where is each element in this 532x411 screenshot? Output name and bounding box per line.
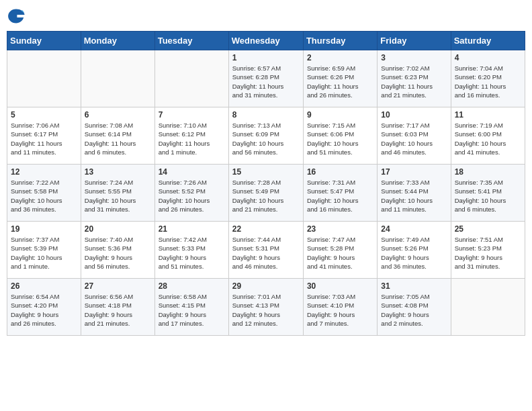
- day-info: Sunrise: 7:26 AM Sunset: 5:52 PM Dayligh…: [159, 178, 225, 214]
- calendar-cell: 20Sunrise: 7:40 AM Sunset: 5:36 PM Dayli…: [81, 222, 154, 279]
- day-number: 27: [85, 281, 151, 291]
- day-info: Sunrise: 7:08 AM Sunset: 6:14 PM Dayligh…: [85, 121, 151, 156]
- day-number: 12: [11, 167, 77, 177]
- day-info: Sunrise: 7:02 AM Sunset: 6:23 PM Dayligh…: [381, 64, 447, 99]
- day-info: Sunrise: 7:24 AM Sunset: 5:55 PM Dayligh…: [85, 178, 151, 214]
- day-number: 20: [85, 224, 151, 234]
- calendar-cell: 8Sunrise: 7:13 AM Sunset: 6:09 PM Daylig…: [228, 107, 303, 165]
- header-saturday: Saturday: [451, 32, 525, 50]
- calendar-cell: 16Sunrise: 7:31 AM Sunset: 5:47 PM Dayli…: [303, 165, 377, 222]
- calendar-cell: 31Sunrise: 7:05 AM Sunset: 4:08 PM Dayli…: [378, 279, 451, 336]
- day-info: Sunrise: 7:10 AM Sunset: 6:12 PM Dayligh…: [159, 121, 225, 156]
- day-info: Sunrise: 6:59 AM Sunset: 6:26 PM Dayligh…: [307, 64, 373, 99]
- calendar-cell: 15Sunrise: 7:28 AM Sunset: 5:49 PM Dayli…: [228, 165, 303, 222]
- calendar-week-3: 12Sunrise: 7:22 AM Sunset: 5:58 PM Dayli…: [7, 165, 525, 222]
- day-number: 14: [159, 167, 225, 177]
- calendar-cell: 11Sunrise: 7:19 AM Sunset: 6:00 PM Dayli…: [451, 107, 525, 165]
- day-info: Sunrise: 7:15 AM Sunset: 6:06 PM Dayligh…: [307, 121, 373, 156]
- day-number: 5: [11, 110, 77, 120]
- day-number: 2: [307, 53, 373, 62]
- calendar-cell: 21Sunrise: 7:42 AM Sunset: 5:33 PM Dayli…: [154, 222, 228, 279]
- header-friday: Friday: [378, 32, 451, 50]
- day-number: 31: [381, 281, 447, 291]
- day-info: Sunrise: 7:33 AM Sunset: 5:44 PM Dayligh…: [381, 178, 447, 214]
- calendar-cell: 13Sunrise: 7:24 AM Sunset: 5:55 PM Dayli…: [81, 165, 154, 222]
- day-info: Sunrise: 7:17 AM Sunset: 6:03 PM Dayligh…: [381, 121, 447, 156]
- calendar-cell: [154, 50, 228, 107]
- calendar-cell: 2Sunrise: 6:59 AM Sunset: 6:26 PM Daylig…: [303, 50, 377, 107]
- day-info: Sunrise: 7:42 AM Sunset: 5:33 PM Dayligh…: [159, 235, 225, 271]
- day-info: Sunrise: 7:03 AM Sunset: 4:10 PM Dayligh…: [307, 292, 373, 328]
- calendar-week-1: 1Sunrise: 6:57 AM Sunset: 6:28 PM Daylig…: [7, 50, 525, 107]
- day-info: Sunrise: 7:22 AM Sunset: 5:58 PM Dayligh…: [11, 178, 77, 214]
- header-monday: Monday: [81, 32, 154, 50]
- calendar-cell: 29Sunrise: 7:01 AM Sunset: 4:13 PM Dayli…: [228, 279, 303, 336]
- calendar-cell: 18Sunrise: 7:35 AM Sunset: 5:41 PM Dayli…: [451, 165, 525, 222]
- calendar-cell: 9Sunrise: 7:15 AM Sunset: 6:06 PM Daylig…: [303, 107, 377, 165]
- calendar-cell: [81, 50, 154, 107]
- calendar-cell: 10Sunrise: 7:17 AM Sunset: 6:03 PM Dayli…: [378, 107, 451, 165]
- day-number: 19: [11, 224, 77, 234]
- day-info: Sunrise: 7:47 AM Sunset: 5:28 PM Dayligh…: [307, 235, 373, 271]
- day-number: 9: [307, 110, 373, 120]
- day-number: 16: [307, 167, 373, 177]
- day-number: 6: [85, 110, 151, 120]
- day-number: 17: [381, 167, 447, 177]
- day-number: 18: [455, 167, 521, 177]
- day-info: Sunrise: 7:49 AM Sunset: 5:26 PM Dayligh…: [381, 235, 447, 271]
- calendar-cell: 7Sunrise: 7:10 AM Sunset: 6:12 PM Daylig…: [154, 107, 228, 165]
- day-info: Sunrise: 7:01 AM Sunset: 4:13 PM Dayligh…: [232, 292, 300, 328]
- day-number: 1: [232, 53, 300, 62]
- calendar-week-2: 5Sunrise: 7:06 AM Sunset: 6:17 PM Daylig…: [7, 107, 525, 165]
- calendar-cell: 17Sunrise: 7:33 AM Sunset: 5:44 PM Dayli…: [378, 165, 451, 222]
- calendar-cell: 3Sunrise: 7:02 AM Sunset: 6:23 PM Daylig…: [378, 50, 451, 107]
- calendar-table: SundayMondayTuesdayWednesdayThursdayFrid…: [7, 31, 525, 336]
- day-info: Sunrise: 7:37 AM Sunset: 5:39 PM Dayligh…: [11, 235, 77, 271]
- calendar-week-4: 19Sunrise: 7:37 AM Sunset: 5:39 PM Dayli…: [7, 222, 525, 279]
- day-number: 11: [455, 110, 521, 120]
- page-header: [7, 7, 525, 26]
- calendar-cell: 6Sunrise: 7:08 AM Sunset: 6:14 PM Daylig…: [81, 107, 154, 165]
- calendar-cell: 23Sunrise: 7:47 AM Sunset: 5:28 PM Dayli…: [303, 222, 377, 279]
- day-number: 15: [232, 167, 300, 177]
- calendar-cell: [451, 279, 525, 336]
- calendar-cell: 5Sunrise: 7:06 AM Sunset: 6:17 PM Daylig…: [7, 107, 81, 165]
- calendar-cell: 19Sunrise: 7:37 AM Sunset: 5:39 PM Dayli…: [7, 222, 81, 279]
- calendar-cell: 12Sunrise: 7:22 AM Sunset: 5:58 PM Dayli…: [7, 165, 81, 222]
- day-number: 7: [159, 110, 225, 120]
- calendar-cell: [7, 50, 81, 107]
- day-number: 3: [381, 53, 447, 62]
- day-info: Sunrise: 7:13 AM Sunset: 6:09 PM Dayligh…: [232, 121, 300, 156]
- calendar-week-5: 26Sunrise: 6:54 AM Sunset: 4:20 PM Dayli…: [7, 279, 525, 336]
- logo-icon: [7, 7, 26, 26]
- day-number: 25: [455, 224, 521, 234]
- header-thursday: Thursday: [303, 32, 377, 50]
- day-number: 21: [159, 224, 225, 234]
- day-info: Sunrise: 6:54 AM Sunset: 4:20 PM Dayligh…: [11, 292, 77, 328]
- day-info: Sunrise: 7:28 AM Sunset: 5:49 PM Dayligh…: [232, 178, 300, 214]
- day-info: Sunrise: 6:58 AM Sunset: 4:15 PM Dayligh…: [159, 292, 225, 328]
- day-number: 10: [381, 110, 447, 120]
- calendar-cell: 14Sunrise: 7:26 AM Sunset: 5:52 PM Dayli…: [154, 165, 228, 222]
- header-tuesday: Tuesday: [154, 32, 228, 50]
- calendar-cell: 1Sunrise: 6:57 AM Sunset: 6:28 PM Daylig…: [228, 50, 303, 107]
- calendar-cell: 30Sunrise: 7:03 AM Sunset: 4:10 PM Dayli…: [303, 279, 377, 336]
- calendar-cell: 24Sunrise: 7:49 AM Sunset: 5:26 PM Dayli…: [378, 222, 451, 279]
- header-sunday: Sunday: [7, 32, 81, 50]
- calendar-cell: 22Sunrise: 7:44 AM Sunset: 5:31 PM Dayli…: [228, 222, 303, 279]
- day-number: 13: [85, 167, 151, 177]
- calendar-cell: 26Sunrise: 6:54 AM Sunset: 4:20 PM Dayli…: [7, 279, 81, 336]
- calendar-cell: 28Sunrise: 6:58 AM Sunset: 4:15 PM Dayli…: [154, 279, 228, 336]
- day-info: Sunrise: 7:19 AM Sunset: 6:00 PM Dayligh…: [455, 121, 521, 156]
- calendar-cell: 27Sunrise: 6:56 AM Sunset: 4:18 PM Dayli…: [81, 279, 154, 336]
- calendar-header-row: SundayMondayTuesdayWednesdayThursdayFrid…: [7, 32, 525, 50]
- day-info: Sunrise: 6:57 AM Sunset: 6:28 PM Dayligh…: [232, 64, 300, 99]
- day-number: 22: [232, 224, 300, 234]
- day-number: 23: [307, 224, 373, 234]
- day-info: Sunrise: 7:31 AM Sunset: 5:47 PM Dayligh…: [307, 178, 373, 214]
- day-number: 29: [232, 281, 300, 291]
- day-info: Sunrise: 6:56 AM Sunset: 4:18 PM Dayligh…: [85, 292, 151, 328]
- calendar-cell: 25Sunrise: 7:51 AM Sunset: 5:23 PM Dayli…: [451, 222, 525, 279]
- day-info: Sunrise: 7:44 AM Sunset: 5:31 PM Dayligh…: [232, 235, 300, 271]
- day-info: Sunrise: 7:51 AM Sunset: 5:23 PM Dayligh…: [455, 235, 521, 271]
